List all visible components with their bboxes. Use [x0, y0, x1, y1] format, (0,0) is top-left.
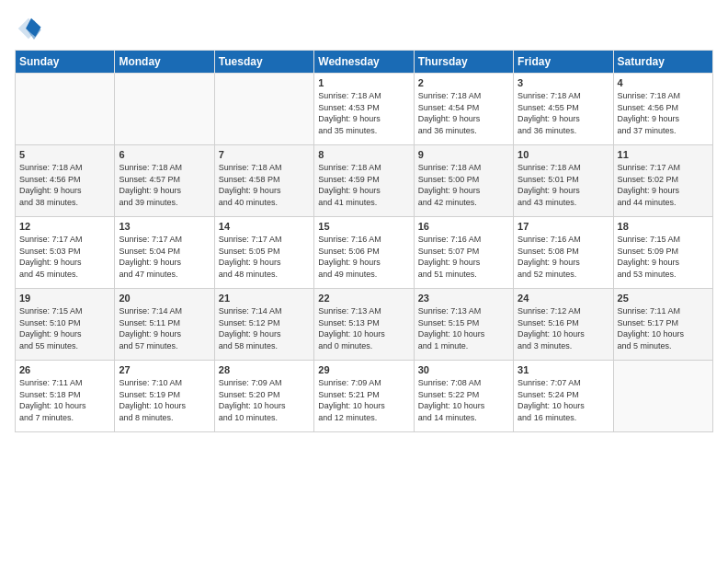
calendar-day-header: Saturday: [613, 51, 712, 74]
calendar-cell: 27Sunrise: 7:10 AM Sunset: 5:19 PM Dayli…: [115, 361, 214, 432]
day-info: Sunrise: 7:07 AM Sunset: 5:24 PM Dayligh…: [518, 377, 609, 423]
day-info: Sunrise: 7:10 AM Sunset: 5:19 PM Dayligh…: [119, 377, 210, 423]
day-info: Sunrise: 7:14 AM Sunset: 5:11 PM Dayligh…: [119, 305, 210, 351]
day-number: 23: [418, 293, 509, 304]
day-info: Sunrise: 7:12 AM Sunset: 5:16 PM Dayligh…: [518, 305, 609, 351]
day-number: 14: [219, 221, 310, 232]
day-number: 6: [119, 149, 210, 160]
day-number: 12: [19, 221, 110, 232]
day-number: 25: [618, 293, 709, 304]
day-number: 4: [618, 77, 709, 88]
day-info: Sunrise: 7:09 AM Sunset: 5:21 PM Dayligh…: [318, 377, 409, 423]
day-info: Sunrise: 7:08 AM Sunset: 5:22 PM Dayligh…: [418, 377, 509, 423]
day-info: Sunrise: 7:16 AM Sunset: 5:06 PM Dayligh…: [318, 234, 409, 280]
day-number: 1: [318, 77, 409, 88]
calendar-cell: 14Sunrise: 7:17 AM Sunset: 5:05 PM Dayli…: [214, 217, 313, 289]
calendar-cell: 21Sunrise: 7:14 AM Sunset: 5:12 PM Dayli…: [214, 289, 313, 361]
calendar-cell: [115, 74, 214, 145]
calendar-day-header: Sunday: [16, 51, 115, 74]
calendar-cell: 2Sunrise: 7:18 AM Sunset: 4:54 PM Daylig…: [414, 74, 513, 145]
calendar-cell: 16Sunrise: 7:16 AM Sunset: 5:07 PM Dayli…: [414, 217, 513, 289]
calendar-cell: 4Sunrise: 7:18 AM Sunset: 4:56 PM Daylig…: [613, 74, 712, 145]
day-info: Sunrise: 7:18 AM Sunset: 4:57 PM Dayligh…: [119, 162, 210, 208]
day-number: 5: [19, 149, 110, 160]
calendar-cell: [214, 74, 313, 145]
calendar-cell: 10Sunrise: 7:18 AM Sunset: 5:01 PM Dayli…: [514, 145, 613, 217]
day-number: 27: [119, 364, 210, 375]
calendar-cell: 29Sunrise: 7:09 AM Sunset: 5:21 PM Dayli…: [314, 361, 414, 432]
calendar-week-row: 19Sunrise: 7:15 AM Sunset: 5:10 PM Dayli…: [16, 289, 713, 361]
day-number: 11: [618, 149, 709, 160]
day-info: Sunrise: 7:11 AM Sunset: 5:17 PM Dayligh…: [618, 305, 709, 351]
day-info: Sunrise: 7:18 AM Sunset: 4:55 PM Dayligh…: [518, 90, 609, 136]
day-number: 10: [518, 149, 609, 160]
day-number: 8: [318, 149, 409, 160]
calendar-day-header: Thursday: [414, 51, 513, 74]
day-info: Sunrise: 7:15 AM Sunset: 5:09 PM Dayligh…: [618, 234, 709, 280]
logo: [15, 15, 46, 42]
calendar-cell: 26Sunrise: 7:11 AM Sunset: 5:18 PM Dayli…: [16, 361, 115, 432]
day-info: Sunrise: 7:17 AM Sunset: 5:04 PM Dayligh…: [119, 234, 210, 280]
calendar-day-header: Tuesday: [214, 51, 313, 74]
day-number: 28: [219, 364, 310, 375]
day-number: 29: [318, 364, 409, 375]
day-info: Sunrise: 7:14 AM Sunset: 5:12 PM Dayligh…: [219, 305, 310, 351]
calendar-cell: 5Sunrise: 7:18 AM Sunset: 4:56 PM Daylig…: [16, 145, 115, 217]
calendar-cell: 25Sunrise: 7:11 AM Sunset: 5:17 PM Dayli…: [613, 289, 712, 361]
day-info: Sunrise: 7:18 AM Sunset: 4:56 PM Dayligh…: [618, 90, 709, 136]
calendar-week-row: 26Sunrise: 7:11 AM Sunset: 5:18 PM Dayli…: [16, 361, 713, 432]
calendar-cell: 28Sunrise: 7:09 AM Sunset: 5:20 PM Dayli…: [214, 361, 313, 432]
day-info: Sunrise: 7:16 AM Sunset: 5:07 PM Dayligh…: [418, 234, 509, 280]
calendar-cell: 1Sunrise: 7:18 AM Sunset: 4:53 PM Daylig…: [314, 74, 414, 145]
day-number: 21: [219, 293, 310, 304]
calendar-cell: 12Sunrise: 7:17 AM Sunset: 5:03 PM Dayli…: [16, 217, 115, 289]
logo-icon: [15, 15, 42, 42]
day-info: Sunrise: 7:13 AM Sunset: 5:15 PM Dayligh…: [418, 305, 509, 351]
calendar-cell: 30Sunrise: 7:08 AM Sunset: 5:22 PM Dayli…: [414, 361, 513, 432]
day-info: Sunrise: 7:11 AM Sunset: 5:18 PM Dayligh…: [19, 377, 110, 423]
day-number: 3: [518, 77, 609, 88]
page-container: SundayMondayTuesdayWednesdayThursdayFrid…: [0, 0, 728, 563]
day-number: 2: [418, 77, 509, 88]
calendar-day-header: Wednesday: [314, 51, 414, 74]
day-info: Sunrise: 7:17 AM Sunset: 5:05 PM Dayligh…: [219, 234, 310, 280]
day-info: Sunrise: 7:18 AM Sunset: 4:59 PM Dayligh…: [318, 162, 409, 208]
day-info: Sunrise: 7:17 AM Sunset: 5:03 PM Dayligh…: [19, 234, 110, 280]
day-number: 22: [318, 293, 409, 304]
day-number: 7: [219, 149, 310, 160]
calendar-cell: 9Sunrise: 7:18 AM Sunset: 5:00 PM Daylig…: [414, 145, 513, 217]
day-info: Sunrise: 7:18 AM Sunset: 5:00 PM Dayligh…: [418, 162, 509, 208]
calendar-cell: [16, 74, 115, 145]
day-number: 19: [19, 293, 110, 304]
calendar-week-row: 1Sunrise: 7:18 AM Sunset: 4:53 PM Daylig…: [16, 74, 713, 145]
day-number: 16: [418, 221, 509, 232]
day-number: 9: [418, 149, 509, 160]
day-info: Sunrise: 7:17 AM Sunset: 5:02 PM Dayligh…: [618, 162, 709, 208]
day-number: 31: [518, 364, 609, 375]
day-info: Sunrise: 7:18 AM Sunset: 5:01 PM Dayligh…: [518, 162, 609, 208]
day-info: Sunrise: 7:18 AM Sunset: 4:58 PM Dayligh…: [219, 162, 310, 208]
calendar-day-header: Monday: [115, 51, 214, 74]
day-info: Sunrise: 7:15 AM Sunset: 5:10 PM Dayligh…: [19, 305, 110, 351]
calendar-cell: 13Sunrise: 7:17 AM Sunset: 5:04 PM Dayli…: [115, 217, 214, 289]
day-number: 13: [119, 221, 210, 232]
day-info: Sunrise: 7:18 AM Sunset: 4:53 PM Dayligh…: [318, 90, 409, 136]
calendar-cell: 18Sunrise: 7:15 AM Sunset: 5:09 PM Dayli…: [613, 217, 712, 289]
calendar-week-row: 12Sunrise: 7:17 AM Sunset: 5:03 PM Dayli…: [16, 217, 713, 289]
calendar-header-row: SundayMondayTuesdayWednesdayThursdayFrid…: [16, 51, 713, 74]
calendar-cell: 7Sunrise: 7:18 AM Sunset: 4:58 PM Daylig…: [214, 145, 313, 217]
calendar-cell: 23Sunrise: 7:13 AM Sunset: 5:15 PM Dayli…: [414, 289, 513, 361]
calendar-week-row: 5Sunrise: 7:18 AM Sunset: 4:56 PM Daylig…: [16, 145, 713, 217]
day-info: Sunrise: 7:18 AM Sunset: 4:54 PM Dayligh…: [418, 90, 509, 136]
day-number: 30: [418, 364, 509, 375]
calendar-cell: 20Sunrise: 7:14 AM Sunset: 5:11 PM Dayli…: [115, 289, 214, 361]
calendar-cell: 24Sunrise: 7:12 AM Sunset: 5:16 PM Dayli…: [514, 289, 613, 361]
day-info: Sunrise: 7:13 AM Sunset: 5:13 PM Dayligh…: [318, 305, 409, 351]
day-number: 18: [618, 221, 709, 232]
calendar-cell: 22Sunrise: 7:13 AM Sunset: 5:13 PM Dayli…: [314, 289, 414, 361]
calendar-cell: 15Sunrise: 7:16 AM Sunset: 5:06 PM Dayli…: [314, 217, 414, 289]
calendar-cell: 11Sunrise: 7:17 AM Sunset: 5:02 PM Dayli…: [613, 145, 712, 217]
day-info: Sunrise: 7:16 AM Sunset: 5:08 PM Dayligh…: [518, 234, 609, 280]
page-header: [15, 15, 713, 42]
day-number: 17: [518, 221, 609, 232]
